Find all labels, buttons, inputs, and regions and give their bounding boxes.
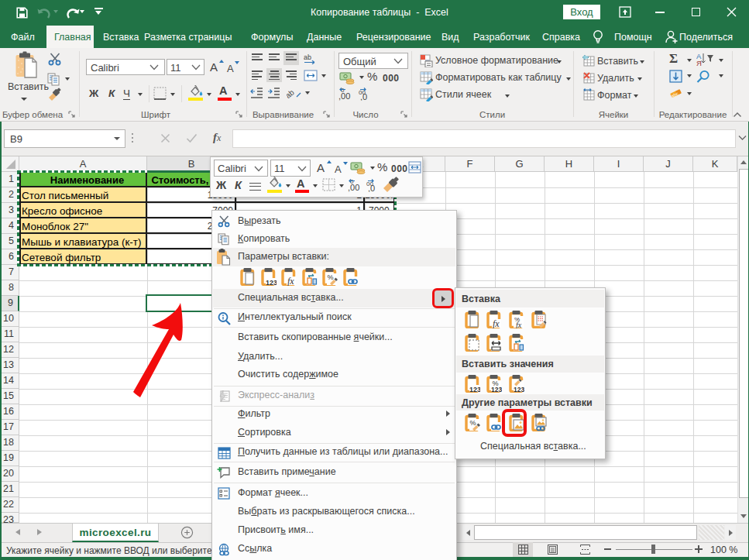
- svg-text:123: 123: [266, 279, 277, 287]
- svg-text:ab: ab: [287, 88, 296, 99]
- svg-text:%: %: [328, 273, 334, 281]
- svg-text:Я: Я: [696, 59, 702, 66]
- svg-text:123: 123: [514, 386, 524, 393]
- svg-text:,0: ,0: [360, 92, 367, 101]
- svg-text:fx: fx: [287, 276, 294, 286]
- svg-text:123: 123: [491, 386, 502, 393]
- svg-text:,0: ,0: [368, 184, 375, 192]
- svg-text:123: 123: [469, 386, 480, 393]
- svg-text:fx: fx: [516, 321, 522, 328]
- svg-text:ab: ab: [304, 53, 311, 61]
- svg-text:%: %: [470, 419, 476, 427]
- svg-text:fx: fx: [493, 318, 500, 328]
